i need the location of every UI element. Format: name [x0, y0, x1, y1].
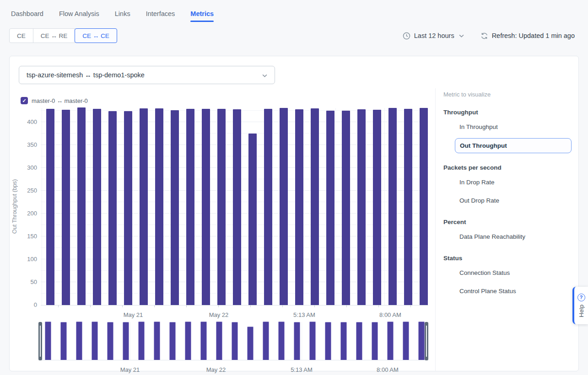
- y-axis-title: Out Throughput (bps): [11, 108, 19, 305]
- navigator-bar: [232, 322, 238, 360]
- throughput-bar[interactable]: [62, 110, 70, 305]
- gridline-vertical: [335, 108, 336, 305]
- metric-sidebar-title: Metric to visualize: [443, 91, 572, 98]
- series-checkbox[interactable]: ✓: [21, 97, 28, 104]
- navigator-bar: [294, 322, 300, 360]
- navigator-bar: [169, 322, 176, 360]
- top-navigation: Dashboard Flow Analysis Links Interfaces…: [0, 0, 588, 22]
- metric-sidebar: Metric to visualize Throughput In Throug…: [443, 91, 572, 298]
- refresh-button[interactable]: Refresh: Updated 1 min ago: [480, 32, 575, 40]
- throughput-bar[interactable]: [46, 109, 54, 305]
- throughput-bar[interactable]: [155, 108, 163, 305]
- throughput-bar[interactable]: [326, 111, 334, 305]
- help-button-label: Help: [578, 305, 585, 317]
- x-axis-tick: [410, 305, 411, 307]
- navigator-right-handle[interactable]: [425, 322, 428, 360]
- series-legend-label: master-0 ↔ master-0: [32, 97, 88, 104]
- nav-item-links[interactable]: Links: [115, 10, 130, 22]
- throughput-bar[interactable]: [420, 108, 428, 305]
- x-axis-tick-label: May 22: [200, 311, 237, 318]
- throughput-bar[interactable]: [93, 109, 101, 305]
- throughput-bar[interactable]: [186, 109, 194, 305]
- y-axis-tick-label: 300: [18, 164, 37, 171]
- navigator-left-handle[interactable]: [38, 322, 42, 360]
- navigator-bar: [263, 321, 269, 360]
- navigator-bar: [387, 321, 394, 360]
- throughput-bar[interactable]: [342, 111, 350, 305]
- time-range-dropdown[interactable]: Last 12 hours: [403, 32, 464, 40]
- time-range-navigator[interactable]: [38, 322, 428, 360]
- gridline-vertical: [42, 108, 42, 305]
- navigator-bar: [418, 321, 425, 360]
- navigator-bar: [154, 321, 160, 360]
- tab-ce[interactable]: CE: [9, 28, 33, 43]
- throughput-bar[interactable]: [357, 109, 366, 305]
- x-axis-tick-label: May 21: [115, 311, 151, 318]
- navigator-bar: [356, 322, 362, 360]
- metric-item-connection-status[interactable]: Connection Status: [443, 266, 572, 280]
- metric-group-percent: Percent: [443, 219, 572, 225]
- metric-item-out-throughput[interactable]: Out Throughput: [455, 138, 572, 153]
- navigator-bar: [278, 321, 285, 360]
- navigator-bar: [123, 322, 129, 360]
- y-axis-tick-label: 50: [18, 279, 37, 285]
- throughput-bar[interactable]: [171, 110, 179, 305]
- navigator-bar: [92, 321, 98, 360]
- x-axis-tick: [314, 305, 315, 307]
- throughput-bar[interactable]: [295, 109, 303, 305]
- y-axis-tick-label: 150: [18, 233, 37, 240]
- time-controls: Last 12 hours Refresh: Updated 1 min ago: [403, 32, 575, 40]
- x-axis-tick: [154, 305, 155, 307]
- throughput-bar[interactable]: [217, 109, 226, 305]
- throughput-bar[interactable]: [264, 109, 272, 305]
- metric-item-data-plane-reachability[interactable]: Data Plane Reachability: [443, 230, 572, 244]
- gridline-vertical: [91, 108, 91, 305]
- metrics-panel: tsp-azure-sitemesh ↔ tsp-demo1-spoke ✓ m…: [9, 56, 579, 371]
- metric-item-out-drop-rate[interactable]: Out Drop Rate: [443, 193, 572, 208]
- throughput-bar[interactable]: [77, 107, 86, 305]
- metric-item-in-drop-rate[interactable]: In Drop Rate: [443, 175, 572, 189]
- question-mark-icon: ?: [577, 294, 585, 301]
- gridline-vertical: [384, 108, 385, 305]
- throughput-bar[interactable]: [311, 108, 319, 305]
- navigator-axis-label: 8:00 AM: [369, 366, 406, 373]
- x-axis-tick: [282, 305, 283, 307]
- help-button[interactable]: ? Help: [572, 287, 588, 324]
- navigator-bar: [309, 321, 316, 360]
- throughput-bar[interactable]: [388, 108, 397, 305]
- throughput-bar[interactable]: [124, 111, 132, 305]
- x-axis-tick: [218, 305, 219, 307]
- navigator-bar: [403, 321, 409, 360]
- navigator-bar: [76, 321, 82, 360]
- throughput-bar-chart: Out Throughput (bps) 0501001502002503003…: [41, 108, 428, 305]
- metric-group-status: Status: [443, 255, 572, 262]
- throughput-bar[interactable]: [202, 109, 210, 305]
- clock-icon: [403, 32, 410, 40]
- metric-item-in-throughput[interactable]: In Throughput: [443, 120, 572, 134]
- nav-item-dashboard[interactable]: Dashboard: [11, 10, 43, 22]
- nav-item-interfaces[interactable]: Interfaces: [146, 10, 175, 22]
- throughput-bar[interactable]: [280, 108, 288, 305]
- throughput-bar[interactable]: [233, 109, 241, 305]
- series-legend-toggle[interactable]: ✓ master-0 ↔ master-0: [21, 97, 88, 104]
- refresh-status-label: Refresh: Updated 1 min ago: [492, 32, 575, 39]
- metric-item-control-plane-status[interactable]: Control Plane Status: [443, 284, 572, 298]
- throughput-bar[interactable]: [140, 108, 148, 305]
- tab-ce-re[interactable]: CE ↔ RE: [33, 28, 76, 43]
- x-axis-tick-label: 8:00 AM: [372, 311, 409, 318]
- nav-item-metrics[interactable]: Metrics: [190, 10, 214, 22]
- throughput-bar[interactable]: [404, 109, 412, 305]
- nav-item-flow-analysis[interactable]: Flow Analysis: [59, 10, 99, 22]
- x-axis-tick: [346, 305, 347, 307]
- throughput-bar[interactable]: [373, 110, 381, 305]
- x-axis-tick: [186, 305, 187, 307]
- navigator-bar: [107, 322, 113, 360]
- throughput-bar[interactable]: [248, 134, 257, 305]
- link-pair-select[interactable]: tsp-azure-sitemesh ↔ tsp-demo1-spoke: [19, 66, 275, 84]
- y-axis-tick-label: 400: [18, 118, 37, 125]
- throughput-bar[interactable]: [108, 111, 117, 305]
- navigator-bar: [200, 321, 207, 360]
- y-axis-tick-label: 100: [18, 256, 37, 262]
- chevron-down-icon: [262, 71, 267, 79]
- tab-ce-ce[interactable]: CE ↔ CE: [75, 28, 117, 43]
